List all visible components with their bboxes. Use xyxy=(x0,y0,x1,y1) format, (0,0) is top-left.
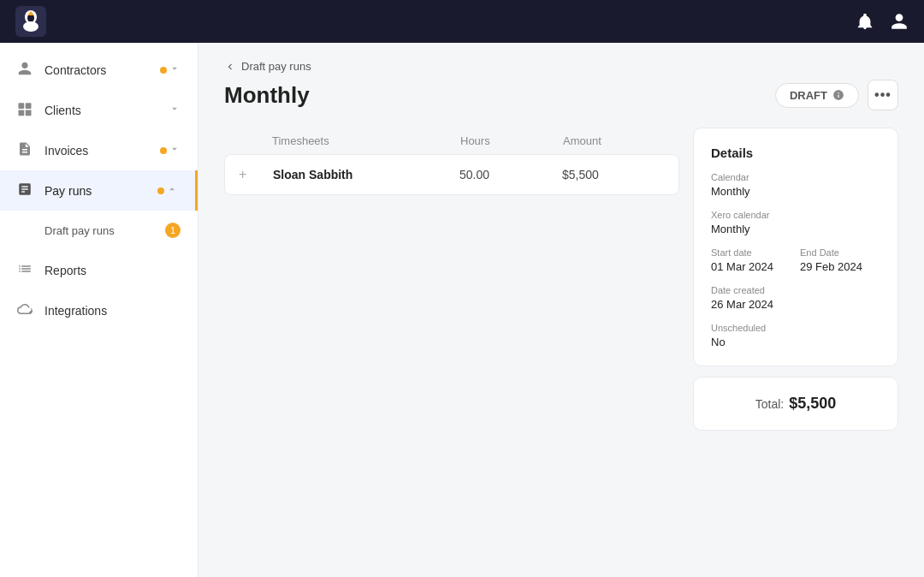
notifications-icon[interactable] xyxy=(856,12,874,31)
detail-xero-label: Xero calendar xyxy=(711,210,880,220)
svg-point-3 xyxy=(23,21,38,32)
detail-calendar-value: Monthly xyxy=(711,185,880,198)
sidebar-item-invoices[interactable]: Invoices xyxy=(0,130,198,170)
draft-badge[interactable]: DRAFT xyxy=(775,83,859,108)
payruns-icon xyxy=(17,181,33,199)
info-icon xyxy=(832,89,844,101)
detail-end-value: 29 Feb 2024 xyxy=(800,260,880,273)
total-value: $5,500 xyxy=(789,395,836,413)
detail-date-created: Date created 26 Mar 2024 xyxy=(711,285,880,311)
breadcrumb-text: Draft pay runs xyxy=(241,60,311,73)
contractors-chevron xyxy=(169,62,181,77)
detail-start-value: 01 Mar 2024 xyxy=(711,260,791,273)
page-title: Monthly xyxy=(224,82,310,109)
sidebar-label-pay-runs: Pay runs xyxy=(44,184,92,198)
sidebar-label-draft-pay-runs: Draft pay runs xyxy=(44,224,115,237)
table-header: Timesheets Hours Amount xyxy=(224,128,679,154)
sidebar-item-clients[interactable]: Clients xyxy=(0,90,198,130)
sidebar-item-contractors[interactable]: Contractors xyxy=(0,50,198,90)
sidebar-label-contractors: Contractors xyxy=(44,63,106,77)
svg-rect-8 xyxy=(26,110,32,116)
clients-icon xyxy=(17,101,33,119)
row-amount: $5,500 xyxy=(562,168,665,181)
detail-unscheduled-label: Unscheduled xyxy=(711,323,880,333)
detail-xero-calendar: Xero calendar Monthly xyxy=(711,210,880,235)
invoices-icon xyxy=(17,141,33,159)
total-label: Total: xyxy=(755,397,784,411)
details-title: Details xyxy=(711,146,880,160)
payruns-chevron xyxy=(166,183,178,198)
col-hours: Hours xyxy=(460,134,563,147)
logo-icon xyxy=(15,6,46,37)
sidebar-item-draft-pay-runs[interactable]: Draft pay runs 1 xyxy=(44,216,198,245)
person-icon xyxy=(17,61,33,79)
content-body: Timesheets Hours Amount + Sloan Sabbith … xyxy=(198,119,924,577)
detail-xero-value: Monthly xyxy=(711,223,880,235)
invoices-dot xyxy=(160,147,167,154)
detail-end-date: End Date 29 Feb 2024 xyxy=(800,247,880,273)
sidebar-item-reports[interactable]: Reports xyxy=(0,250,198,290)
col-amount: Amount xyxy=(563,134,666,147)
sidebar-item-integrations[interactable]: Integrations xyxy=(0,290,198,330)
topnav-icons xyxy=(856,12,909,31)
detail-end-label: End Date xyxy=(800,247,880,258)
sidebar-sub-pay-runs: Draft pay runs 1 xyxy=(0,211,198,250)
clients-chevron xyxy=(169,103,181,117)
details-card: Details Calendar Monthly Xero calendar M… xyxy=(693,128,898,366)
svg-rect-6 xyxy=(26,103,32,109)
reports-icon xyxy=(17,261,33,279)
row-name: Sloan Sabbith xyxy=(273,168,459,181)
svg-rect-5 xyxy=(19,103,25,109)
topnav xyxy=(0,0,924,43)
detail-created-value: 26 Mar 2024 xyxy=(711,298,880,311)
integrations-icon xyxy=(17,301,33,319)
details-grid: Calendar Monthly Xero calendar Monthly S… xyxy=(711,172,880,348)
breadcrumb[interactable]: Draft pay runs xyxy=(224,60,898,73)
details-panel: Details Calendar Monthly Xero calendar M… xyxy=(693,128,898,560)
title-actions: DRAFT ••• xyxy=(775,80,898,110)
detail-start-date: Start date 01 Mar 2024 xyxy=(711,247,791,273)
content-header: Draft pay runs Monthly DRAFT ••• xyxy=(198,43,924,119)
detail-start-label: Start date xyxy=(711,247,791,258)
detail-calendar: Calendar Monthly xyxy=(711,172,880,198)
sidebar-item-pay-runs[interactable]: Pay runs xyxy=(0,170,198,211)
detail-calendar-label: Calendar xyxy=(711,172,880,182)
sidebar-label-reports: Reports xyxy=(44,264,86,277)
more-options-button[interactable]: ••• xyxy=(868,80,898,110)
content: Draft pay runs Monthly DRAFT ••• xyxy=(198,43,924,577)
sidebar-label-integrations: Integrations xyxy=(44,304,107,318)
table-row: + Sloan Sabbith 50.00 $5,500 xyxy=(224,154,679,195)
contractors-dot xyxy=(160,67,167,74)
svg-rect-7 xyxy=(19,110,25,116)
main-layout: Contractors Clients xyxy=(0,43,924,577)
account-icon[interactable] xyxy=(890,12,909,31)
table-panel: Timesheets Hours Amount + Sloan Sabbith … xyxy=(224,128,679,560)
draft-pay-runs-badge: 1 xyxy=(165,223,181,238)
page-title-row: Monthly DRAFT ••• xyxy=(224,80,898,110)
sidebar-label-clients: Clients xyxy=(44,104,81,117)
col-timesheets: Timesheets xyxy=(272,134,460,147)
sidebar-label-invoices: Invoices xyxy=(44,144,88,158)
back-arrow-icon xyxy=(224,61,236,73)
invoices-chevron xyxy=(169,143,181,158)
detail-unscheduled: Unscheduled No xyxy=(711,323,880,348)
expand-row-button[interactable]: + xyxy=(239,167,273,182)
sidebar: Contractors Clients xyxy=(0,43,198,577)
row-hours: 50.00 xyxy=(459,168,562,181)
logo xyxy=(15,6,46,37)
payruns-dot xyxy=(157,187,164,194)
detail-created-label: Date created xyxy=(711,285,880,295)
detail-unscheduled-value: No xyxy=(711,336,880,348)
total-card: Total: $5,500 xyxy=(693,377,898,431)
draft-label: DRAFT xyxy=(790,89,827,102)
